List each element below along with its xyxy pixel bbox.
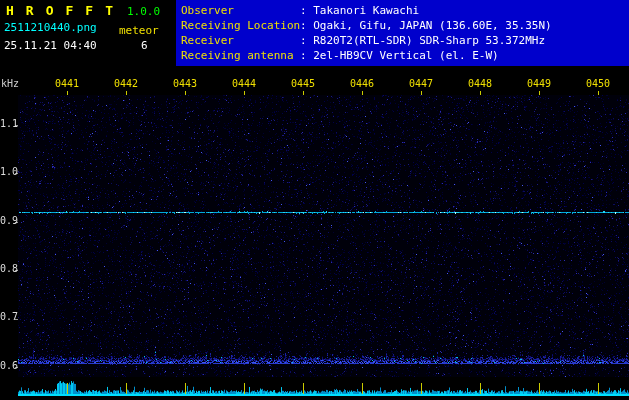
mode-label: meteor bbox=[119, 25, 159, 36]
freq-label: 0.6 bbox=[0, 361, 16, 371]
meteor-count: 6 bbox=[141, 40, 148, 51]
freq-label: 1.0 bbox=[0, 167, 16, 177]
info-row-receiver: Receiver: R820T2(RTL-SDR) SDR-Sharp 53.3… bbox=[181, 33, 629, 48]
info-panel: Observer: Takanori Kawachi Receiving Loc… bbox=[176, 0, 629, 66]
freq-label: 1.1 bbox=[0, 119, 16, 129]
info-label: Observer bbox=[181, 3, 300, 18]
info-label: Receiving Location bbox=[181, 18, 300, 33]
app-version: 1.0.0 bbox=[127, 6, 160, 17]
time-label: 0444 bbox=[230, 79, 258, 89]
datetime: 25.11.21 04:40 bbox=[4, 40, 97, 51]
filename: 2511210440.png bbox=[4, 22, 97, 33]
info-value: : Takanori Kawachi bbox=[300, 3, 419, 18]
time-label: 0447 bbox=[407, 79, 435, 89]
time-label: 0445 bbox=[289, 79, 317, 89]
app-title: HROFFT bbox=[6, 4, 125, 17]
time-label: 0443 bbox=[171, 79, 199, 89]
freq-label: 0.8 bbox=[0, 264, 16, 274]
time-label: 0446 bbox=[348, 79, 376, 89]
freq-unit-label: kHz bbox=[1, 79, 19, 89]
freq-label: 0.9 bbox=[0, 216, 16, 226]
time-label: 0442 bbox=[112, 79, 140, 89]
info-label: Receiving antenna bbox=[181, 48, 300, 63]
info-value: : Ogaki, Gifu, JAPAN (136.60E, 35.35N) bbox=[300, 18, 552, 33]
info-label: Receiver bbox=[181, 33, 300, 48]
freq-label: 0.7 bbox=[0, 312, 16, 322]
time-label: 0450 bbox=[584, 79, 612, 89]
hrofft-window: HROFFT 1.0.0 2511210440.png meteor 25.11… bbox=[0, 0, 629, 400]
time-label: 0441 bbox=[53, 79, 81, 89]
info-row-observer: Observer: Takanori Kawachi bbox=[181, 3, 629, 18]
time-label: 0448 bbox=[466, 79, 494, 89]
info-value: : 2el-HB9CV Vertical (el. E-W) bbox=[300, 48, 499, 63]
info-value: : R820T2(RTL-SDR) SDR-Sharp 53.372MHz bbox=[300, 33, 545, 48]
info-row-antenna: Receiving antenna: 2el-HB9CV Vertical (e… bbox=[181, 48, 629, 63]
time-label: 0449 bbox=[525, 79, 553, 89]
info-row-location: Receiving Location: Ogaki, Gifu, JAPAN (… bbox=[181, 18, 629, 33]
